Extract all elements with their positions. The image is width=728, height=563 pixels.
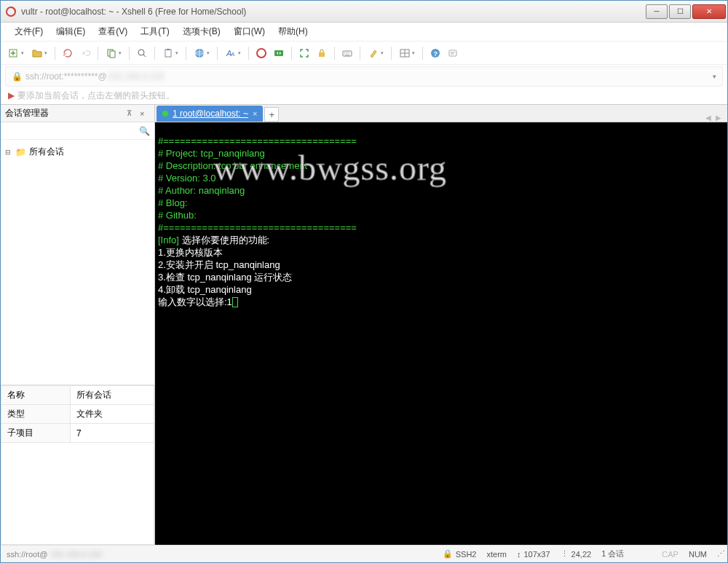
svg-rect-5 [165,50,171,57]
cursor-icon [232,297,238,307]
tab-next-icon[interactable]: ▶ [716,114,721,122]
menu-tabs[interactable]: 选项卡(B) [176,23,227,41]
tab-nav: ◀ ▶ [700,114,727,122]
prop-blank [1,443,154,545]
close-button[interactable]: ✕ [692,4,726,19]
separator [154,47,155,60]
session-tree[interactable]: ⊟ 📁 所有会话 [1,140,154,385]
separator [186,47,186,60]
session-search-input[interactable] [5,126,139,136]
menu-window[interactable]: 窗口(W) [227,23,272,41]
status-cap: CAP [662,550,678,559]
status-dot-icon [162,111,168,117]
term-line: # Version: 3.0 [158,173,216,184]
terminal[interactable]: #=================================== # P… [155,122,727,545]
font-button[interactable]: AA [222,45,244,61]
xshell-icon[interactable] [253,45,269,61]
keyboard-button[interactable] [339,45,355,61]
size-icon: ↕ [517,550,521,559]
disconnect-button[interactable] [77,45,93,61]
separator [129,47,130,60]
session-manager-panel: 会话管理器 ⊼ × 🔍 ⊟ 📁 所有会话 名称所有会话 类型文件夹 子项目7 [1,105,155,545]
resize-grip[interactable]: ⋰ [717,549,721,559]
prop-val: 文件夹 [71,405,154,424]
layout-button[interactable] [396,45,418,61]
separator [391,47,392,60]
svg-point-4 [138,50,144,55]
status-size: ↕107x37 [517,550,550,559]
tab-label: 1 root@localhost: ~ [173,109,248,119]
fullscreen-button[interactable] [296,45,312,61]
folder-icon: 📁 [15,147,26,157]
highlight-button[interactable] [365,45,387,61]
pin-icon[interactable]: ⊼ [127,109,137,117]
help-button[interactable]: ? [427,45,443,61]
separator [360,47,360,60]
prop-val: 7 [71,424,154,443]
globe-button[interactable] [191,45,213,61]
tab-prev-icon[interactable]: ◀ [705,114,711,122]
lock-icon: 🔒 [12,71,23,82]
reconnect-button[interactable] [60,45,76,61]
info-button[interactable] [445,45,461,61]
term-line: 2.安装并开启 tcp_nanqinlang [158,259,280,270]
session-properties: 名称所有会话 类型文件夹 子项目7 [1,385,154,545]
status-num: NUM [689,550,707,559]
menu-bar: 文件(F) 编辑(E) 查看(V) 工具(T) 选项卡(B) 窗口(W) 帮助(… [1,23,727,42]
tab-add-button[interactable]: + [264,107,279,122]
tree-root-item[interactable]: ⊟ 📁 所有会话 [5,144,150,160]
address-dropdown-icon[interactable]: ▾ [713,73,716,80]
menu-edit[interactable]: 编辑(E) [50,23,92,41]
svg-rect-12 [274,50,283,56]
status-connection: ssh://root@192.168.0.100 [7,550,432,559]
term-line: 3.检查 tcp_nanqinlang 运行状态 [158,272,292,283]
tab-active[interactable]: 1 root@localhost: ~ × [157,106,263,122]
separator [291,47,292,60]
prop-row: 类型文件夹 [1,405,154,424]
prop-row: 子项目7 [1,424,154,443]
window-titlebar: vultr - root@localhost: ~ - Xshell 6 (Fr… [1,1,727,23]
prop-row: 名称所有会话 [1,386,154,405]
status-termtype: xterm [487,550,507,559]
term-line: #=================================== [158,135,357,146]
tree-toggle-icon[interactable]: ⊟ [5,149,12,156]
panel-close-icon[interactable]: × [140,109,150,118]
term-line: 4.卸载 tcp_nanqinlang [158,284,252,295]
minimize-button[interactable]: ─ [646,4,668,19]
separator [334,47,335,60]
separator [217,47,218,60]
copy-button[interactable] [103,45,124,61]
svg-text:A: A [230,51,234,58]
separator [55,47,55,60]
prop-key: 类型 [1,405,71,424]
new-session-button[interactable] [5,45,27,61]
tab-close-icon[interactable]: × [253,109,257,118]
open-session-button[interactable] [28,45,50,61]
search-icon[interactable]: 🔍 [139,126,150,136]
separator [422,47,423,60]
menu-view[interactable]: 查看(V) [92,23,134,41]
paste-button[interactable] [159,45,181,61]
status-ssh: 🔒SSH2 [443,549,477,559]
svg-rect-3 [110,51,115,58]
toolbar: AA ? [1,42,727,65]
maximize-button[interactable]: ☐ [669,4,691,19]
menu-help[interactable]: 帮助(H) [272,23,314,41]
xftp-button[interactable] [271,45,287,61]
terminal-wrap: 1 root@localhost: ~ × + ◀ ▶ #===========… [155,105,727,545]
session-panel-title: 会话管理器 [5,107,127,119]
flag-icon: ▶ [8,90,15,101]
term-line: #=================================== [158,222,357,233]
menu-file[interactable]: 文件(F) [8,23,50,41]
term-prompt: 输入数字以选择:1 [158,296,232,307]
blurred-host: 192.168.0.100 [108,71,165,82]
session-panel-header: 会话管理器 ⊼ × [1,105,154,122]
svg-text:?: ? [434,50,438,58]
app-icon [5,6,17,17]
search-button[interactable] [134,45,150,61]
lock-button[interactable] [314,45,330,61]
menu-tools[interactable]: 工具(T) [134,23,175,41]
term-line: # Github: [158,210,197,221]
address-bar[interactable]: 🔒 ssh://root:**********@ 192.168.0.100 ▾ [5,66,723,87]
status-session-count: 1 会话 [601,548,624,559]
